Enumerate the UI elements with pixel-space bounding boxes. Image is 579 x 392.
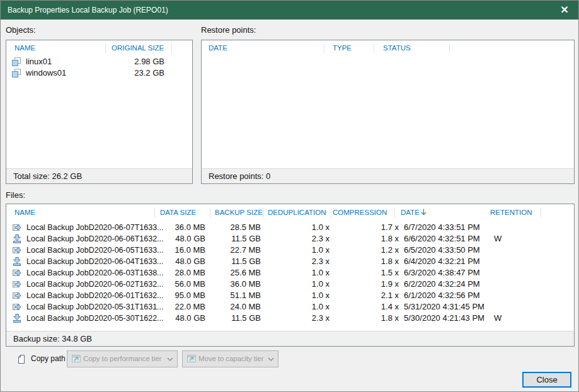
file-data-size: 28.0 MB (142, 267, 205, 279)
title-bar: Backup Properties Local Backup Job (REPO… (1, 1, 578, 20)
files-column-deduplication[interactable]: DEDUPLICATION (268, 204, 326, 221)
object-row[interactable]: linux01 2.98 GB (6, 56, 192, 67)
objects-column-original-size[interactable]: ORIGINAL SIZE (112, 40, 164, 56)
file-row[interactable]: Local Backup JobD2020-06-07T1633... 36.0… (6, 222, 574, 233)
file-deduplication: 1.0 x (267, 279, 330, 290)
files-label: Files: (6, 190, 25, 200)
file-backup-size: 28.5 MB (198, 222, 261, 233)
files-column-date[interactable]: DATE (401, 204, 427, 221)
file-compression: 1.5 x (336, 267, 399, 279)
file-retention: W (494, 313, 502, 324)
objects-column-name[interactable]: NAME (14, 40, 35, 56)
file-row[interactable]: Local Backup JobD2020-06-01T1632... 95.0… (6, 290, 574, 301)
file-row[interactable]: Local Backup JobD2020-06-03T1638... 28.0… (6, 267, 574, 279)
file-backup-size: 11.5 GB (198, 313, 261, 324)
files-column-compression[interactable]: COMPRESSION (333, 204, 387, 221)
file-data-size: 95.0 MB (142, 290, 205, 301)
files-panel: NAME DATA SIZE BACKUP SIZE DEDUPLICATION… (6, 204, 575, 347)
files-list: Local Backup JobD2020-06-07T1633... 36.0… (6, 222, 574, 324)
files-column-name[interactable]: NAME (14, 204, 35, 221)
file-backup-size: 36.0 MB (198, 279, 261, 290)
backup-properties-dialog: Backup Properties Local Backup Job (REPO… (0, 0, 579, 392)
object-size: 23.2 GB (95, 67, 164, 79)
object-name: windows01 (26, 67, 66, 79)
file-deduplication: 1.0 x (267, 301, 330, 313)
file-data-size: 56.0 MB (142, 279, 205, 290)
file-compression: 1.7 x (336, 222, 399, 233)
close-button[interactable]: Close (522, 372, 571, 388)
objects-list: linux01 2.98 GB windows01 23.2 GB (6, 56, 192, 79)
move-tier-icon (186, 354, 197, 364)
restore-column-date[interactable]: DATE (209, 40, 227, 56)
file-data-size: 22.0 MB (142, 301, 205, 313)
file-date: 6/6/2020 4:32:51 PM (404, 233, 480, 245)
file-compression: 1.8 x (336, 313, 399, 324)
file-compression: 2.1 x (336, 290, 399, 301)
full-backup-file-icon (12, 257, 22, 267)
file-backup-size: 11.5 GB (198, 233, 261, 245)
file-deduplication: 2.3 x (267, 233, 330, 245)
file-backup-size: 24.0 MB (198, 301, 261, 313)
restore-points-label: Restore points: (201, 25, 256, 35)
file-data-size: 36.0 MB (142, 222, 205, 233)
files-column-retention[interactable]: RETENTION (490, 204, 532, 221)
file-backup-size: 11.5 GB (198, 256, 261, 267)
full-backup-file-icon (12, 313, 22, 323)
close-icon[interactable]: ✕ (554, 1, 575, 20)
object-size: 2.98 GB (95, 56, 164, 67)
incremental-backup-file-icon (12, 222, 22, 233)
file-deduplication: 1.0 x (267, 245, 330, 256)
file-date: 5/30/2020 4:21:43 PM (404, 313, 484, 324)
file-row[interactable]: Local Backup JobD2020-06-06T1632... 48.0… (6, 233, 574, 245)
file-date: 6/4/2020 4:32:21 PM (404, 256, 480, 267)
restore-points-panel: DATE TYPE STATUS Restore points: 0 (201, 40, 575, 184)
window-title: Backup Properties Local Backup Job (REPO… (8, 1, 168, 20)
file-data-size: 48.0 GB (142, 233, 205, 245)
file-date: 6/2/2020 4:32:24 PM (404, 279, 480, 290)
file-data-size: 48.0 GB (142, 313, 205, 324)
file-deduplication: 1.0 x (267, 290, 330, 301)
incremental-backup-file-icon (12, 245, 22, 255)
sort-desc-icon (421, 209, 427, 216)
restore-column-type[interactable]: TYPE (333, 40, 352, 56)
chevron-down-icon (268, 357, 274, 361)
file-date: 6/7/2020 4:33:51 PM (404, 222, 480, 233)
files-column-backup-size[interactable]: BACKUP SIZE (215, 204, 263, 221)
object-row[interactable]: windows01 23.2 GB (6, 67, 192, 79)
files-footer: Backup size: 34.8 GB (6, 331, 574, 346)
file-backup-size: 25.6 MB (198, 267, 261, 279)
file-deduplication: 1.0 x (267, 222, 330, 233)
file-compression: 1.8 x (336, 233, 399, 245)
restore-column-status[interactable]: STATUS (383, 40, 411, 56)
full-backup-file-icon (12, 234, 22, 244)
file-compression: 1.9 x (336, 279, 399, 290)
chevron-down-icon (167, 357, 173, 361)
file-retention: W (494, 233, 502, 245)
file-date: 5/31/2020 4:31:45 PM (404, 301, 484, 313)
file-data-size: 16.0 MB (142, 245, 205, 256)
file-compression: 1.4 x (336, 301, 399, 313)
file-deduplication: 1.0 x (267, 267, 330, 279)
copy-to-performance-tier-button: Copy to performance tier (67, 350, 178, 367)
move-to-capacity-tier-button: Move to capacity tier (182, 350, 278, 367)
file-row[interactable]: Local Backup JobD2020-05-31T1631... 22.0… (6, 301, 574, 313)
incremental-backup-file-icon (12, 268, 22, 278)
incremental-backup-file-icon (12, 279, 22, 289)
file-date: 6/1/2020 4:32:56 PM (404, 290, 480, 301)
copy-tier-icon (71, 354, 81, 364)
file-row[interactable]: Local Backup JobD2020-05-30T1622... 48.0… (6, 313, 574, 324)
files-column-data-size[interactable]: DATA SIZE (160, 204, 196, 221)
file-data-size: 48.0 GB (142, 256, 205, 267)
objects-footer: Total size: 26.2 GB (6, 168, 192, 183)
restore-points-footer: Restore points: 0 (202, 168, 574, 183)
file-row[interactable]: Local Backup JobD2020-06-04T1633... 48.0… (6, 256, 574, 267)
file-row[interactable]: Local Backup JobD2020-06-02T1632... 56.0… (6, 279, 574, 290)
objects-label: Objects: (6, 25, 36, 35)
file-compression: 1.8 x (336, 256, 399, 267)
file-compression: 1.2 x (336, 245, 399, 256)
file-row[interactable]: Local Backup JobD2020-06-05T1633... 16.0… (6, 245, 574, 256)
file-deduplication: 2.3 x (267, 313, 330, 324)
objects-panel: NAME ORIGINAL SIZE linux01 2.98 GB windo… (6, 40, 193, 184)
copy-path-icon (17, 354, 27, 364)
object-name: linux01 (26, 56, 52, 67)
